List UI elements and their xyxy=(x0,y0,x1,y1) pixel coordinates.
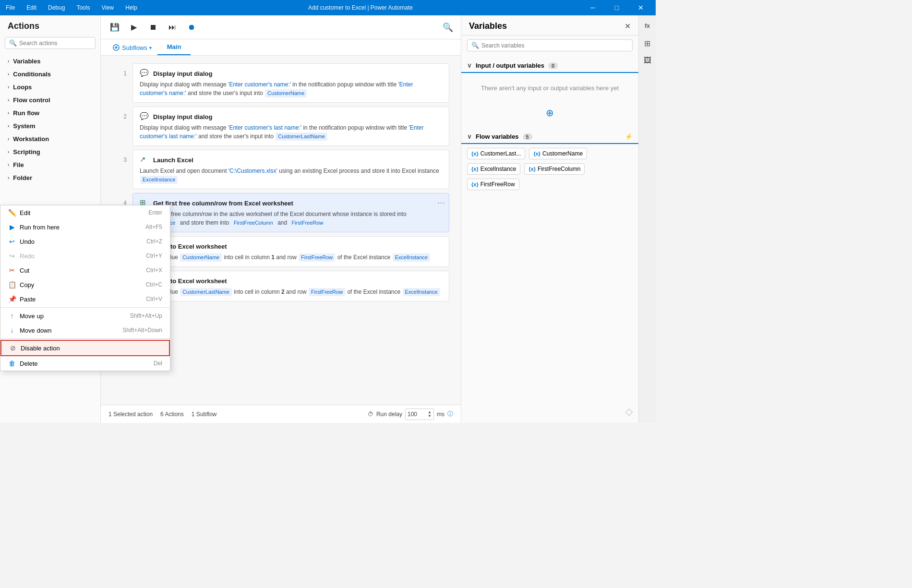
menu-file[interactable]: File xyxy=(4,3,17,12)
step-card[interactable]: ⊞ Get first free column/row from Excel w… xyxy=(132,193,449,232)
search-variables-input[interactable] xyxy=(481,42,628,49)
layers-icon[interactable]: ⊞ xyxy=(641,36,654,50)
ctx-undo[interactable]: ↩ Undo Ctrl+Z xyxy=(0,234,170,249)
chevron-right-icon: › xyxy=(8,175,9,180)
window-title: Add customer to Excel | Power Automate xyxy=(139,4,582,11)
io-section-header[interactable]: ∨ Input / output variables 0 xyxy=(461,59,638,73)
step-card[interactable]: ↗ Launch Excel Launch Excel and open doc… xyxy=(132,150,449,189)
ctx-run-from-here[interactable]: ▶ Run from here Alt+F5 xyxy=(0,220,170,234)
ctx-copy-shortcut: Ctrl+C xyxy=(146,281,162,288)
ctx-disable-action[interactable]: ⊘ Disable action xyxy=(0,340,170,356)
actions-panel: Actions 🔍 › Variables › Conditionals › L… xyxy=(0,15,101,423)
variables-panel: Variables ✕ 🔍 ∨ Input / output variables… xyxy=(461,15,638,423)
run-next-button[interactable]: ⏭ xyxy=(164,19,180,36)
var-badge-firstfreerow[interactable]: {x} FirstFreeRow xyxy=(467,179,519,190)
group-loops-label: Loops xyxy=(13,84,32,91)
ctx-run-label: Run from here xyxy=(20,224,60,231)
chevron-right-icon: › xyxy=(8,72,9,77)
add-io-variable-button[interactable]: ⊕ xyxy=(461,103,638,122)
flow-section-label: Flow variables xyxy=(476,133,519,140)
ctx-redo-label: Redo xyxy=(20,252,35,260)
group-workstation-label: Workstation xyxy=(13,135,49,143)
run-icon: ▶ xyxy=(8,223,16,231)
chevron-right-icon: › xyxy=(8,59,9,64)
menu-help[interactable]: Help xyxy=(123,3,139,12)
ctx-delete[interactable]: 🗑 Delete Del xyxy=(0,356,170,371)
subflows-chevron-icon: ▾ xyxy=(149,45,152,50)
menu-bar[interactable]: File Edit Debug Tools View Help xyxy=(4,3,139,12)
group-flow-control[interactable]: › Flow control xyxy=(0,94,100,107)
chevron-right-icon: › xyxy=(8,136,9,142)
flow-section-header[interactable]: ∨ Flow variables 5 ⚡ xyxy=(461,130,638,144)
window-controls[interactable]: ─ □ ✕ xyxy=(582,0,652,15)
group-loops[interactable]: › Loops xyxy=(0,81,100,94)
var-badge-excelinstance[interactable]: {x} ExcelInstance xyxy=(467,163,520,175)
run-button[interactable]: ▶ xyxy=(126,19,142,36)
status-bar: 1 Selected action 6 Actions 1 Subflow ⏱ … xyxy=(101,405,461,423)
var-badge-customerlast[interactable]: {x} CustomerLast... xyxy=(467,148,525,159)
search-actions-box[interactable]: 🔍 xyxy=(5,37,96,49)
step-card[interactable]: ⊞ Write to Excel worksheet Write the val… xyxy=(132,271,449,301)
step-card[interactable]: 💬 Display input dialog Display input dia… xyxy=(132,107,449,146)
group-workstation[interactable]: › Workstation xyxy=(0,132,100,145)
ctx-paste[interactable]: 📌 Paste Ctrl+V xyxy=(0,292,170,306)
ctx-move-up[interactable]: ↑ Move up Shift+Alt+Up xyxy=(0,309,170,323)
chevron-right-icon: › xyxy=(8,123,9,129)
ctx-redo[interactable]: ↪ Redo Ctrl+Y xyxy=(0,249,170,263)
delay-down-arrow[interactable]: ▼ xyxy=(428,414,432,418)
image-icon[interactable]: 🖼 xyxy=(641,54,654,67)
step-menu-button[interactable]: ⋯ xyxy=(437,198,445,207)
menu-debug[interactable]: Debug xyxy=(46,3,67,12)
filter-icon[interactable]: ⚡ xyxy=(625,133,633,140)
group-scripting[interactable]: › Scripting xyxy=(0,145,100,158)
disable-icon: ⊘ xyxy=(9,344,17,352)
toolbar-search-icon[interactable]: 🔍 xyxy=(441,20,455,35)
menu-view[interactable]: View xyxy=(99,3,116,12)
selected-count: 1 Selected action xyxy=(108,411,153,418)
delay-arrows[interactable]: ▲ ▼ xyxy=(428,410,432,418)
step-title: Launch Excel xyxy=(153,156,193,164)
save-button[interactable]: 💾 xyxy=(107,19,123,36)
group-file-label: File xyxy=(13,161,24,168)
move-up-icon: ↑ xyxy=(8,312,16,320)
minimize-button[interactable]: ─ xyxy=(582,0,604,15)
search-variables-box[interactable]: 🔍 xyxy=(467,39,633,51)
step-number: 4 xyxy=(112,193,127,206)
ctx-move-down[interactable]: ↓ Move down Shift+Alt+Down xyxy=(0,323,170,337)
menu-edit[interactable]: Edit xyxy=(24,3,38,12)
tab-main[interactable]: Main xyxy=(157,39,191,55)
step-description: Display input dialog with message 'Enter… xyxy=(140,80,442,97)
ctx-copy[interactable]: 📋 Copy Ctrl+C xyxy=(0,277,170,292)
step-card[interactable]: ⊞ Write to Excel worksheet Write the val… xyxy=(132,236,449,267)
ctx-cut-label: Cut xyxy=(20,267,29,274)
group-variables[interactable]: › Variables xyxy=(0,55,100,68)
menu-tools[interactable]: Tools xyxy=(74,3,92,12)
cut-icon: ✂ xyxy=(8,266,16,274)
ctx-edit[interactable]: ✏️ Edit Enter xyxy=(0,205,170,220)
group-run-flow[interactable]: › Run flow xyxy=(0,107,100,120)
search-actions-input[interactable] xyxy=(19,40,91,47)
ctx-copy-label: Copy xyxy=(20,281,34,288)
var-badge-customername[interactable]: {x} CustomerName xyxy=(529,148,587,159)
group-system[interactable]: › System xyxy=(0,120,100,132)
subflows-button[interactable]: Subflows ▾ xyxy=(107,40,157,55)
record-button[interactable]: ⏺ xyxy=(183,19,200,36)
info-icon: ⓘ xyxy=(447,410,453,418)
group-folder[interactable]: › Folder xyxy=(0,171,100,184)
ctx-cut[interactable]: ✂ Cut Ctrl+X xyxy=(0,263,170,277)
step-card[interactable]: 💬 Display input dialog Display input dia… xyxy=(132,63,449,103)
stop-button[interactable]: ⏹ xyxy=(145,19,161,36)
group-file[interactable]: › File xyxy=(0,158,100,171)
dialog-icon: 💬 xyxy=(140,69,149,78)
group-conditionals[interactable]: › Conditionals xyxy=(0,68,100,81)
variables-header: Variables ✕ xyxy=(461,15,638,36)
chevron-right-icon: › xyxy=(8,162,9,168)
close-button[interactable]: ✕ xyxy=(630,0,652,15)
fx-icon[interactable]: fx xyxy=(641,19,654,33)
close-variables-button[interactable]: ✕ xyxy=(624,22,631,31)
maximize-button[interactable]: □ xyxy=(606,0,628,15)
chevron-down-icon: ∨ xyxy=(467,133,472,140)
var-badge-firstfreecolumn[interactable]: {x} FirstFreeColumn xyxy=(524,163,585,175)
flow-vars-list: {x} CustomerLast... {x} CustomerName {x}… xyxy=(461,144,638,194)
run-delay-input[interactable]: 100 ▲ ▼ xyxy=(405,408,434,420)
